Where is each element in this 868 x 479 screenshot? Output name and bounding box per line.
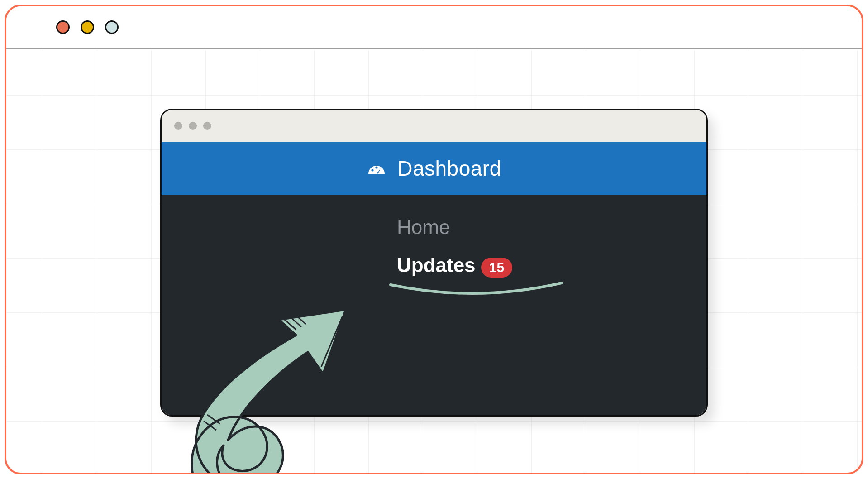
sidebar-item-label: Home: [397, 216, 450, 239]
browser-titlebar: [6, 6, 862, 49]
close-icon[interactable]: [56, 20, 70, 34]
window-dot-icon: [174, 122, 182, 130]
svg-point-1: [376, 166, 378, 168]
sidebar-item-home[interactable]: Home: [397, 216, 706, 239]
maximize-icon[interactable]: [105, 20, 119, 34]
sidebar-menu: Home Updates 15: [162, 195, 706, 415]
app-window: Dashboard Home Updates 15: [160, 109, 708, 417]
svg-point-0: [372, 169, 374, 171]
dashboard-title: Dashboard: [397, 156, 501, 181]
app-titlebar: [162, 110, 706, 142]
window-dot-icon: [189, 122, 197, 130]
dashboard-gauge-icon: [367, 158, 386, 178]
minimize-icon[interactable]: [81, 20, 94, 34]
sidebar-item-updates[interactable]: Updates 15: [397, 254, 512, 278]
svg-line-8: [204, 421, 216, 430]
sidebar-item-label: Updates: [397, 254, 476, 276]
underline-annotation-icon: [388, 279, 564, 297]
updates-count-badge: 15: [481, 258, 512, 278]
dashboard-header: Dashboard: [162, 142, 706, 195]
browser-window-frame: Dashboard Home Updates 15: [5, 5, 863, 474]
window-dot-icon: [203, 122, 211, 130]
canvas-grid: Dashboard Home Updates 15: [6, 50, 862, 473]
